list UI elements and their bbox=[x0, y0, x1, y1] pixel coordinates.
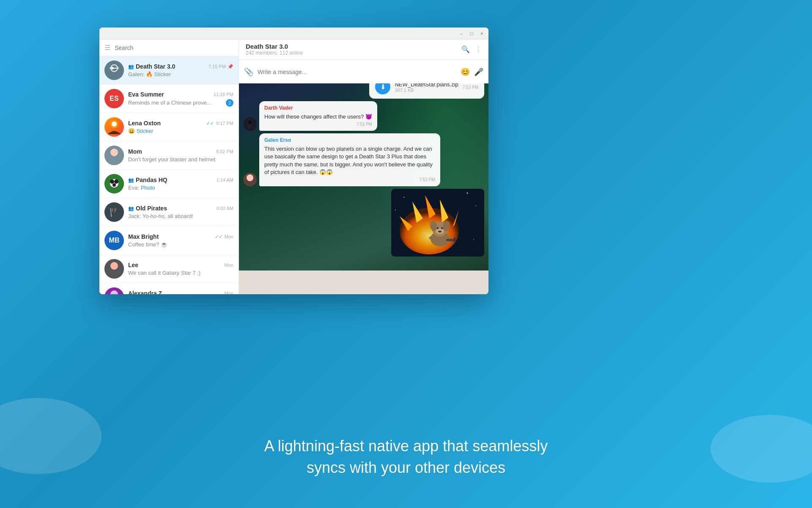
chat-header-icons: 🔍 ⋮ bbox=[461, 45, 482, 53]
chat-item-mom[interactable]: Mom 8:02 PM Don't forget your blaster an… bbox=[99, 141, 239, 170]
svg-point-11 bbox=[110, 179, 114, 184]
message-bubble-4: Galen Erso This version can blow up two … bbox=[259, 133, 440, 186]
svg-point-12 bbox=[114, 179, 118, 184]
svg-point-5 bbox=[112, 121, 117, 127]
chat-preview-eva: Reminds me of a Chinese prove... bbox=[128, 99, 211, 106]
chat-header-sub: 242 members, 112 online bbox=[246, 50, 461, 56]
chat-preview-lena: 😀 Sticker bbox=[128, 128, 233, 134]
close-button[interactable]: × bbox=[478, 30, 485, 37]
svg-point-39 bbox=[441, 227, 443, 229]
avatar-darthvader bbox=[243, 117, 257, 131]
chat-item-deathstar[interactable]: 👥 Death Star 3.0 7:15 PM 📌 Galen: 🔥 Stic… bbox=[99, 56, 239, 85]
svg-point-49 bbox=[473, 239, 474, 240]
svg-text:🏴: 🏴 bbox=[109, 207, 120, 217]
svg-rect-23 bbox=[247, 126, 252, 128]
svg-point-40 bbox=[438, 231, 442, 232]
hamburger-icon[interactable]: ☰ bbox=[104, 44, 110, 52]
avatar-mom bbox=[104, 146, 124, 165]
chat-item-maxbright[interactable]: MB Max Bright ✓✓ Mon Coffee time? ☕ bbox=[99, 226, 239, 255]
message-row-5 bbox=[243, 189, 484, 257]
svg-point-0 bbox=[104, 61, 124, 80]
svg-point-48 bbox=[395, 210, 396, 210]
chat-info-pirates: 👥 Old Pirates 0:02 AM Jack: Yo-ho-ho, al… bbox=[128, 205, 233, 219]
chat-item-pandas[interactable]: 👥 Pandas HQ 1:14 AM Eva: Photo bbox=[99, 170, 239, 198]
svg-point-38 bbox=[437, 227, 439, 229]
app-window: – □ × ☰ bbox=[99, 28, 488, 294]
chat-item-alex[interactable]: Alexandra Z Mon Workout_Shedule.pdf bbox=[99, 283, 239, 294]
chat-info-maxbright: Max Bright ✓✓ Mon Coffee time? ☕ bbox=[128, 233, 233, 248]
message-text-3: How will these changes affect the users?… bbox=[264, 113, 372, 121]
avatar-deathstar bbox=[104, 61, 124, 80]
chat-time-pandas: 1:14 AM bbox=[217, 177, 233, 182]
sticker-bubble-5 bbox=[391, 189, 484, 257]
message-time-4: 7:53 PM bbox=[264, 177, 435, 183]
message-row-3: Darth Vader How will these changes affec… bbox=[243, 101, 484, 131]
chat-header: Death Star 3.0 242 members, 112 online 🔍… bbox=[239, 39, 488, 60]
chat-name-eva: Eva Summer bbox=[128, 91, 164, 98]
avatar-pandas bbox=[104, 174, 124, 193]
chat-info-mom: Mom 8:02 PM Don't forget your blaster an… bbox=[128, 148, 233, 163]
attachment-icon[interactable]: 📎 bbox=[244, 67, 253, 77]
chat-preview-pandas: Eva: Photo bbox=[128, 185, 233, 191]
microphone-icon[interactable]: 🎤 bbox=[474, 67, 483, 77]
chat-name-deathstar: 👥 Death Star 3.0 bbox=[128, 63, 175, 70]
chat-item-eva[interactable]: ES Eva Summer 11:28 PM Reminds me of a C… bbox=[99, 85, 239, 113]
tagline-line2: syncs with your other devices bbox=[0, 457, 812, 478]
svg-point-46 bbox=[467, 192, 468, 193]
chat-name-mom: Mom bbox=[128, 148, 142, 155]
message-input-bar: 📎 😊 🎤 bbox=[239, 60, 488, 83]
search-input[interactable] bbox=[115, 44, 233, 51]
app-content: ☰ bbox=[99, 39, 488, 294]
badge-eva: 2 bbox=[226, 99, 233, 107]
sender-4: Galen Erso bbox=[264, 137, 435, 144]
more-icon[interactable]: ⋮ bbox=[475, 45, 482, 53]
chat-name-lee: Lee bbox=[128, 262, 138, 268]
chat-preview-maxbright: Coffee time? ☕ bbox=[128, 241, 233, 248]
message-row-4: Galen Erso This version can blow up two … bbox=[243, 133, 484, 186]
tagline-line1: A lightning-fast native app that seamles… bbox=[0, 436, 812, 457]
svg-point-13 bbox=[112, 183, 116, 187]
chat-info-deathstar: 👥 Death Star 3.0 7:15 PM 📌 Galen: 🔥 Stic… bbox=[128, 63, 233, 77]
avatar-pirates: 🏴 bbox=[104, 202, 124, 222]
chat-name-alex: Alexandra Z bbox=[128, 290, 162, 294]
avatar-lee bbox=[104, 259, 124, 279]
chat-preview-pirates: Jack: Yo-ho-ho, all aboard! bbox=[128, 213, 233, 219]
file-time: 7:52 PM bbox=[463, 85, 478, 90]
message-input[interactable] bbox=[258, 69, 456, 75]
svg-rect-44 bbox=[454, 237, 455, 242]
chat-time-pirates: 0:02 AM bbox=[217, 206, 233, 211]
double-check-maxbright: ✓✓ bbox=[215, 234, 222, 240]
chat-time-eva: 11:28 PM bbox=[214, 92, 233, 97]
chat-preview-deathstar: Galen: 🔥 Sticker bbox=[128, 71, 233, 77]
svg-rect-43 bbox=[446, 239, 455, 241]
chat-item-lena[interactable]: Lena Oxton ✓✓ 9:17 PM 😀 Sticker bbox=[99, 113, 239, 141]
svg-point-3 bbox=[111, 67, 114, 69]
sticker-image bbox=[391, 189, 484, 257]
chat-time-alex: Mon bbox=[225, 291, 233, 294]
emoji-icon[interactable]: 😊 bbox=[461, 67, 470, 77]
title-bar: – □ × bbox=[99, 28, 488, 39]
maximize-button[interactable]: □ bbox=[468, 30, 475, 37]
avatar-galen bbox=[243, 173, 257, 186]
chat-panel: Death Star 3.0 242 members, 112 online 🔍… bbox=[239, 39, 488, 294]
chat-name-maxbright: Max Bright bbox=[128, 233, 159, 240]
svg-point-17 bbox=[110, 262, 118, 270]
sidebar: ☰ bbox=[99, 39, 239, 294]
tagline: A lightning-fast native app that seamles… bbox=[0, 436, 812, 478]
chat-item-pirates[interactable]: 🏴 👥 Old Pirates 0:02 AM Jack: Yo-ho-ho, … bbox=[99, 198, 239, 226]
chat-preview-mom: Don't forget your blaster and helmet bbox=[128, 156, 233, 163]
avatar-lena bbox=[104, 117, 124, 137]
chat-time-deathstar: 7:15 PM bbox=[208, 64, 226, 69]
chat-info-lee: Lee Mon We can call it Galaxy Star 7 ;) bbox=[128, 262, 233, 276]
search-icon[interactable]: 🔍 bbox=[461, 45, 470, 53]
chat-time-lena: 9:17 PM bbox=[216, 121, 233, 126]
chat-info-lena: Lena Oxton ✓✓ 9:17 PM 😀 Sticker bbox=[128, 120, 233, 134]
svg-point-45 bbox=[403, 197, 404, 198]
chat-name-pirates: 👥 Old Pirates bbox=[128, 205, 167, 212]
chat-name-lena: Lena Oxton bbox=[128, 120, 161, 127]
chat-time-maxbright: Mon bbox=[225, 234, 233, 239]
message-text-4: This version can blow up two planets on … bbox=[264, 145, 435, 176]
chat-item-lee[interactable]: Lee Mon We can call it Galaxy Star 7 ;) bbox=[99, 255, 239, 283]
avatar-alex bbox=[104, 287, 124, 294]
minimize-button[interactable]: – bbox=[458, 30, 465, 37]
